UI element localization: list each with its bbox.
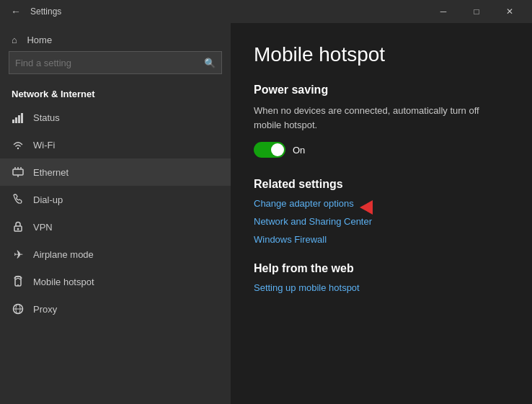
power-saving-toggle[interactable] [254, 142, 285, 158]
hotspot-icon [12, 275, 25, 288]
page-title: Mobile hotspot [254, 43, 509, 66]
change-adapter-link[interactable]: Change adapter options [254, 198, 354, 209]
related-settings-title: Related settings [254, 178, 509, 191]
back-button[interactable]: ← [6, 1, 26, 22]
power-saving-toggle-row: On [254, 142, 509, 158]
network-sharing-link[interactable]: Network and Sharing Center [254, 216, 509, 227]
titlebar-title: Settings [30, 6, 427, 17]
close-button[interactable]: ✕ [493, 0, 526, 23]
sidebar: ⌂ Home 🔍 Network & Internet Status [0, 23, 231, 404]
sidebar-item-proxy-label: Proxy [33, 304, 57, 315]
arrow-indicator [360, 200, 373, 215]
toggle-label: On [293, 145, 305, 156]
sidebar-item-airplane[interactable]: ✈ Airplane mode [0, 241, 231, 268]
svg-rect-1 [15, 117, 17, 123]
windows-firewall-link[interactable]: Windows Firewall [254, 234, 509, 245]
svg-rect-3 [21, 113, 23, 123]
toggle-knob [271, 143, 284, 156]
sidebar-item-airplane-label: Airplane mode [33, 249, 94, 260]
search-input[interactable] [15, 58, 204, 68]
sidebar-section-label: Network & Internet [0, 83, 231, 104]
titlebar: ← Settings ─ □ ✕ [0, 0, 532, 23]
sidebar-item-dialup-label: Dial-up [33, 194, 63, 205]
wifi-icon [12, 138, 25, 151]
airplane-icon: ✈ [12, 248, 25, 261]
sidebar-item-hotspot[interactable]: Mobile hotspot [0, 268, 231, 295]
sidebar-home-item[interactable]: ⌂ Home [0, 23, 231, 51]
svg-point-4 [17, 148, 19, 149]
sidebar-item-vpn[interactable]: VPN [0, 213, 231, 241]
vpn-icon [12, 220, 25, 233]
svg-rect-0 [12, 120, 14, 123]
dialup-icon [12, 193, 25, 206]
power-saving-title: Power saving [254, 84, 509, 96]
sidebar-item-wifi-label: Wi-Fi [33, 140, 55, 151]
sidebar-item-ethernet-label: Ethernet [33, 167, 68, 178]
sidebar-item-ethernet[interactable]: Ethernet [0, 158, 231, 186]
sidebar-item-status-label: Status [33, 112, 60, 123]
sidebar-item-vpn-label: VPN [33, 222, 53, 233]
help-from-web-title: Help from the web [254, 262, 509, 275]
search-icon: 🔍 [204, 58, 216, 68]
proxy-icon [12, 302, 25, 315]
sidebar-item-wifi[interactable]: Wi-Fi [0, 131, 231, 158]
setup-hotspot-link[interactable]: Setting up mobile hotspot [254, 282, 509, 293]
main-layout: ⌂ Home 🔍 Network & Internet Status [0, 23, 532, 404]
svg-point-11 [17, 228, 19, 230]
content-area: Mobile hotspot Power saving When no devi… [231, 23, 532, 404]
change-adapter-row: Change adapter options [254, 198, 509, 216]
window-controls: ─ □ ✕ [427, 0, 526, 23]
svg-rect-2 [18, 115, 20, 123]
ethernet-icon [12, 166, 25, 179]
power-saving-description: When no devices are connected, automatic… [254, 104, 509, 132]
sidebar-item-proxy[interactable]: Proxy [0, 295, 231, 323]
svg-rect-5 [13, 169, 23, 175]
maximize-button[interactable]: □ [460, 0, 493, 23]
search-box[interactable]: 🔍 [9, 51, 222, 74]
sidebar-item-hotspot-label: Mobile hotspot [33, 277, 94, 287]
sidebar-item-status[interactable]: Status [0, 104, 231, 131]
status-icon [12, 111, 25, 124]
minimize-button[interactable]: ─ [427, 0, 460, 23]
sidebar-item-dialup[interactable]: Dial-up [0, 186, 231, 213]
